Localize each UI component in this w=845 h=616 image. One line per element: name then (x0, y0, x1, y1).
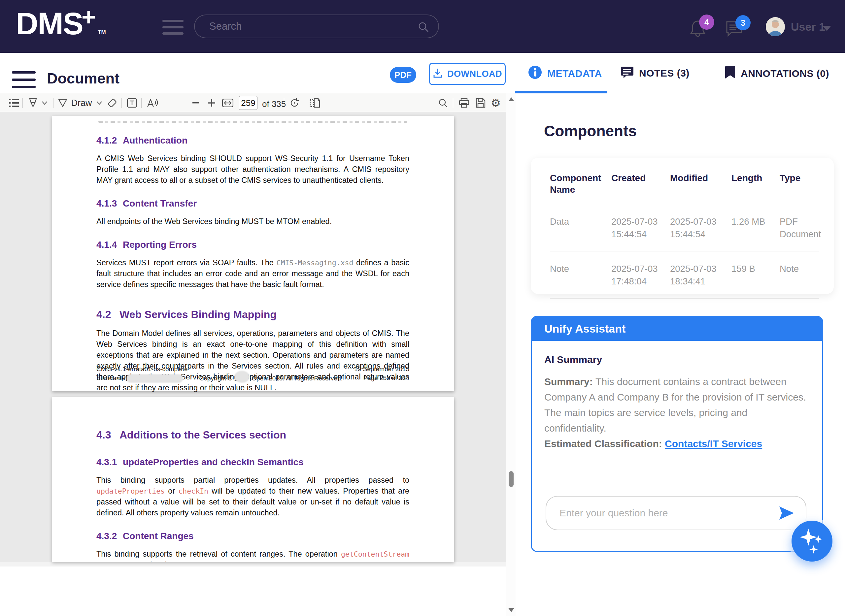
section-paragraph: Services MUST report errors via SOAP fau… (96, 257, 409, 290)
column-header: Length (732, 172, 780, 195)
cell-length: 1.26 MB (732, 216, 780, 241)
print-icon[interactable] (457, 97, 471, 109)
document-search-icon[interactable] (436, 97, 450, 109)
cell-created: 2025-07-03 15:44:54 (611, 216, 670, 241)
draw-dropdown-icon[interactable] (95, 97, 104, 109)
bookmark-icon (725, 65, 735, 82)
settings-gear-icon[interactable]: ⚙ (488, 97, 503, 109)
chat-icon (725, 34, 743, 39)
pdf-page-259: 4.3Additions to the Services section 4.3… (52, 397, 454, 562)
active-tab-underline (515, 91, 607, 93)
rotate-page-icon[interactable] (288, 97, 301, 109)
assistant-header: Unify Assistant (532, 317, 822, 341)
highlighter-dropdown-icon[interactable] (40, 97, 49, 109)
nav-menu-icon[interactable] (162, 20, 184, 39)
user-avatar[interactable] (766, 17, 785, 36)
section-paragraph: This binding supports the retrieval of c… (96, 549, 409, 562)
scroll-up-icon[interactable] (508, 97, 514, 101)
scroll-down-icon[interactable] (508, 608, 514, 612)
section-heading-413: 4.1.3Content Transfer (96, 198, 409, 209)
read-aloud-icon[interactable] (145, 97, 160, 109)
column-header: Modified (670, 172, 732, 195)
cell-length: 159 B (732, 263, 780, 288)
assistant-title: Unify Assistant (544, 322, 626, 335)
tab-notes[interactable]: NOTES (3) (620, 65, 689, 81)
ai-summary-title: AI Summary (544, 354, 809, 365)
column-header: Type (780, 172, 819, 195)
draw-tool-label[interactable]: Draw (70, 97, 93, 109)
dms-logo: DMS + TM (16, 7, 106, 40)
zoom-out-icon[interactable] (191, 97, 201, 109)
highlighter-tool-icon[interactable] (27, 97, 39, 109)
top-navbar: DMS + TM 4 (0, 0, 845, 53)
messages-button[interactable]: 3 (725, 19, 744, 40)
cell-modified: 2025-07-03 15:44:54 (670, 216, 732, 241)
global-search (194, 15, 439, 38)
table-row[interactable]: Note 2025-07-03 17:48:04 2025-07-03 18:3… (550, 251, 819, 299)
footer-right: 19 September 2015 Page 258 of 334 (354, 365, 409, 383)
notifications-badge: 4 (699, 15, 714, 30)
components-card: Component Name Created Modified Length T… (531, 158, 834, 294)
section-paragraph: This binding supports partial properties… (96, 475, 409, 518)
bell-icon (689, 34, 707, 39)
footer-left: CMIS-v1.1-errata01-os-complete Standards (96, 365, 188, 383)
section-paragraph: The Domain Model defines all services, o… (96, 328, 409, 393)
ai-summary-text: Summary: This document contains a contra… (544, 374, 809, 436)
question-input[interactable] (546, 497, 806, 529)
user-name[interactable]: User 1 (791, 21, 825, 33)
fit-width-icon[interactable] (220, 97, 235, 109)
document-menu-icon[interactable] (12, 71, 36, 93)
search-icon[interactable] (417, 21, 430, 35)
page-number-input[interactable] (239, 96, 257, 110)
cell-type: PDF Document (780, 216, 827, 241)
footer-center: Copyright © Open 2015. All Rights Reserv… (199, 365, 342, 383)
pdf-scrollbar[interactable] (506, 93, 516, 616)
unify-assistant-panel: Unify Assistant AI Summary Summary: This… (531, 316, 823, 552)
scrollbar-thumb[interactable] (508, 471, 514, 487)
zoom-in-icon[interactable] (207, 97, 216, 109)
section-heading-414: 4.1.4Reporting Errors (96, 239, 409, 250)
page-total-label: of 335 (262, 99, 286, 109)
toolbar-divider (304, 98, 304, 108)
column-header: Created (611, 172, 670, 195)
cell-component-name: Data (550, 216, 611, 241)
redacted-blob (127, 374, 183, 383)
toolbar-divider (53, 98, 53, 108)
ai-assistant-fab[interactable] (792, 521, 832, 562)
classification-link[interactable]: Contacts/IT Services (665, 438, 762, 449)
section-heading-43: 4.3Additions to the Services section (96, 429, 409, 441)
notes-icon (620, 65, 634, 81)
page-view-icon[interactable] (308, 97, 322, 109)
cell-modified: 2025-07-03 18:34:41 (670, 263, 732, 288)
table-header-row: Component Name Created Modified Length T… (550, 172, 819, 204)
tab-metadata[interactable]: METADATA (528, 65, 602, 82)
section-paragraph: A CMIS Web Services binding SHOULD suppo… (96, 153, 409, 186)
cell-component-name: Note (550, 263, 611, 288)
table-row[interactable]: Data 2025-07-03 15:44:54 2025-07-03 15:4… (550, 204, 819, 251)
toolbar-divider (284, 98, 284, 108)
components-table: Component Name Created Modified Length T… (550, 172, 819, 299)
notifications-button[interactable]: 4 (689, 19, 708, 39)
draw-tool-icon[interactable] (57, 97, 69, 109)
eraser-tool-icon[interactable] (106, 97, 119, 109)
column-header: Component Name (550, 172, 611, 195)
user-menu-caret-icon[interactable] (823, 26, 831, 31)
search-input[interactable] (195, 15, 438, 38)
download-button[interactable]: DOWNLOAD (429, 63, 506, 85)
text-box-tool-icon[interactable] (125, 97, 139, 109)
cell-type: Note (780, 263, 819, 288)
toolbar-divider (22, 98, 23, 108)
classification-line: Estimated Classification: Contacts/IT Se… (544, 436, 809, 451)
section-paragraph: All endpoints of the Web Services bindin… (96, 216, 409, 227)
section-heading-42: 4.2Web Services Binding Mapping (96, 308, 409, 321)
tab-annotations[interactable]: ANNOTATIONS (0) (725, 65, 829, 82)
send-icon[interactable] (779, 506, 795, 522)
section-heading-431: 4.3.1updateProperties and checkIn Semant… (96, 457, 409, 468)
sparkles-icon (799, 527, 825, 556)
download-label: DOWNLOAD (447, 69, 502, 79)
tab-metadata-label: METADATA (547, 68, 602, 79)
components-title: Components (544, 122, 637, 140)
thumbnails-panel-icon[interactable] (7, 97, 21, 109)
save-icon[interactable] (474, 97, 487, 109)
logo-text: DMS (16, 7, 83, 40)
